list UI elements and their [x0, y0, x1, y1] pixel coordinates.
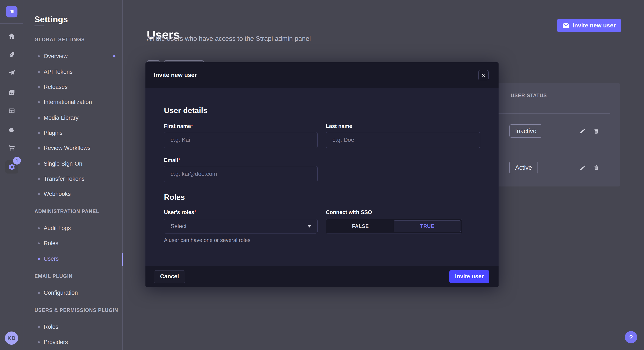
sso-toggle-false[interactable]: FALSE: [327, 220, 394, 232]
first-name-field[interactable]: [164, 132, 318, 148]
first-name-label: First name*: [164, 123, 193, 129]
select-placeholder: Select: [170, 223, 186, 230]
email-label: Email*: [164, 157, 180, 163]
user-details-heading: User details: [164, 106, 208, 115]
last-name-label: Last name: [326, 123, 352, 129]
app-window: 1 KD Settings GLOBAL SETTINGS Overview A…: [0, 0, 644, 350]
cancel-button[interactable]: Cancel: [154, 270, 185, 283]
close-button[interactable]: [478, 70, 488, 80]
roles-heading: Roles: [164, 193, 185, 202]
modal-footer: Cancel Invite user: [146, 266, 498, 287]
roles-select[interactable]: Select: [164, 219, 318, 233]
modal-title: Invite new user: [154, 72, 197, 78]
sso-toggle-true[interactable]: TRUE: [394, 220, 461, 232]
chevron-down-icon: [307, 224, 312, 228]
invite-user-modal: Invite new user User details First name*…: [146, 62, 498, 287]
modal-header: Invite new user: [146, 62, 498, 88]
required-asterisk: *: [191, 123, 193, 129]
roles-hint: A user can have one or several roles: [164, 237, 250, 243]
email-field[interactable]: [164, 166, 318, 182]
users-roles-label: User's roles*: [164, 209, 196, 215]
sso-toggle: FALSE TRUE: [326, 219, 462, 233]
invite-user-submit-button[interactable]: Invite user: [449, 270, 490, 283]
close-icon: [481, 73, 486, 78]
last-name-field[interactable]: [326, 132, 480, 148]
required-asterisk: *: [194, 209, 196, 215]
required-asterisk: *: [178, 157, 180, 163]
connect-sso-label: Connect with SSO: [326, 209, 372, 215]
